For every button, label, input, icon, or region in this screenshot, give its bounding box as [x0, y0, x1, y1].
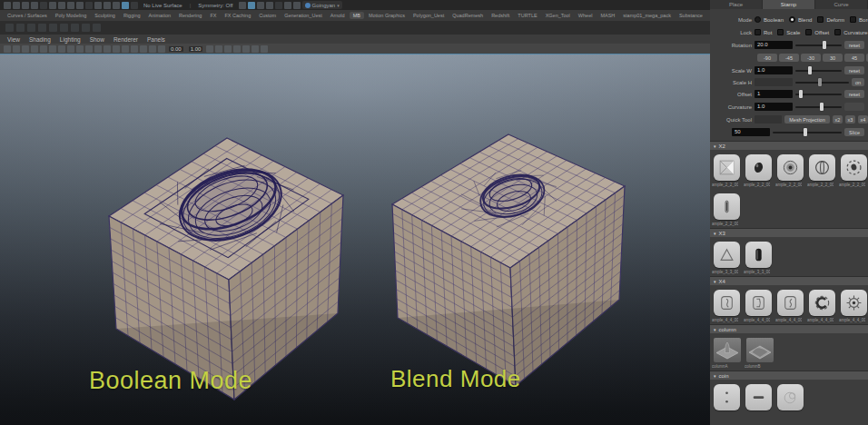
- lock-scale-checkbox[interactable]: [777, 29, 784, 35]
- hypershade-icon[interactable]: [275, 2, 282, 9]
- shelf-slot-icon[interactable]: [60, 24, 68, 32]
- mode-deform-checkbox[interactable]: [817, 16, 824, 23]
- scale-w-input[interactable]: 1.0: [755, 66, 793, 74]
- viewport-menu-view[interactable]: View: [7, 36, 20, 43]
- stamp-button[interactable]: [841, 290, 867, 316]
- 2d-pan-zoom-icon[interactable]: [49, 45, 56, 53]
- stamp-button[interactable]: [841, 154, 867, 181]
- shelf-tab-quadremesh[interactable]: QuadRemesh: [449, 12, 487, 19]
- rotate-tool-icon[interactable]: [85, 2, 93, 9]
- isolate-select-icon[interactable]: [233, 45, 241, 53]
- lock-curvature-checkbox[interactable]: [834, 29, 841, 35]
- stamp-button[interactable]: [714, 193, 740, 220]
- shelf-slot-icon[interactable]: [5, 24, 14, 32]
- stamp-button[interactable]: [714, 384, 740, 410]
- scale-w-reset-button[interactable]: reset: [844, 66, 864, 74]
- curvature-input[interactable]: 1.0: [755, 103, 793, 111]
- stamp-button[interactable]: [745, 242, 772, 268]
- stamp-button[interactable]: [745, 384, 772, 410]
- shelf-tab-curves-surfaces[interactable]: Curves / Surfaces: [4, 12, 51, 19]
- grid-toggle-icon[interactable]: [67, 45, 74, 53]
- shelf-slot-icon[interactable]: [16, 24, 25, 32]
- curvature-extra-button[interactable]: [844, 103, 864, 111]
- scale-h-on-button[interactable]: on: [852, 78, 864, 86]
- viewport-menu-shading[interactable]: Shading: [29, 36, 51, 43]
- move-tool-icon[interactable]: [76, 2, 84, 9]
- shelf-slot-icon[interactable]: [27, 24, 35, 32]
- resolution-gate-icon[interactable]: [85, 45, 93, 53]
- shelf-tab-xgen-tool[interactable]: XGen_Tool: [542, 12, 574, 19]
- shelf-tab-mb[interactable]: MB: [350, 12, 364, 19]
- section-header-coin[interactable]: ▾ coin: [710, 371, 868, 380]
- shelf-slot-icon[interactable]: [38, 24, 46, 32]
- stamp-button[interactable]: [714, 154, 740, 181]
- grease-pencil-icon[interactable]: [58, 45, 65, 53]
- select-camera-icon[interactable]: [4, 45, 11, 53]
- stamp-button[interactable]: [714, 242, 740, 268]
- tab-curve[interactable]: Curve: [815, 0, 868, 9]
- scale-h-input[interactable]: [755, 78, 793, 86]
- gamma-toggle-icon[interactable]: [261, 45, 268, 53]
- viewport-menu-lighting[interactable]: Lighting: [60, 36, 81, 43]
- lock-rot-checkbox[interactable]: [755, 29, 761, 35]
- viewport-menu-show[interactable]: Show: [90, 36, 104, 43]
- exposure-readout[interactable]: 0.00: [169, 46, 183, 52]
- gamma-readout[interactable]: 1.00: [189, 46, 203, 52]
- offset-reset-button[interactable]: reset: [844, 90, 864, 98]
- section-header-x2[interactable]: ▾ X2: [710, 141, 868, 150]
- shelf-slot-icon[interactable]: [82, 24, 90, 32]
- film-gate-icon[interactable]: [76, 45, 84, 53]
- lock-camera-icon[interactable]: [13, 45, 20, 53]
- stamp-button[interactable]: [777, 384, 804, 410]
- shelf-slot-icon[interactable]: [49, 24, 57, 32]
- tab-stamp[interactable]: Stamp: [763, 0, 815, 9]
- scale-w-slider[interactable]: [795, 66, 842, 74]
- shadows-toggle-icon[interactable]: [206, 45, 213, 53]
- viewport-menu-panels[interactable]: Panels: [147, 36, 165, 43]
- shelf-tab-polygon-uest[interactable]: Polygon_Uest: [409, 12, 448, 19]
- snap-grid-icon[interactable]: [104, 2, 111, 9]
- shelf-tab-motion-graphics[interactable]: Motion Graphics: [365, 12, 409, 19]
- viewport-menu-renderer[interactable]: Renderer: [113, 36, 138, 43]
- shelf-tab-custom[interactable]: Custom: [255, 12, 280, 19]
- undo-icon[interactable]: [31, 2, 38, 9]
- lasso-select-icon[interactable]: [58, 2, 65, 9]
- shelf-tab-substance[interactable]: Substance: [676, 12, 706, 19]
- mode-boolean-radio[interactable]: [755, 16, 761, 23]
- tab-place[interactable]: Place: [710, 0, 763, 9]
- bookmarks-icon[interactable]: [31, 45, 38, 53]
- angle-minus90-button[interactable]: -90: [757, 54, 777, 62]
- shelf-tab-fx-caching[interactable]: FX Caching: [221, 12, 254, 19]
- stamp-button[interactable]: [809, 154, 835, 181]
- multiplier-x4-button[interactable]: x4: [858, 115, 868, 124]
- gate-mask-icon[interactable]: [94, 45, 102, 53]
- mesh-projection-button[interactable]: Mesh Projection: [784, 115, 830, 124]
- shelf-tab-sculpting[interactable]: Sculpting: [91, 12, 119, 19]
- rotation-reset-button[interactable]: reset: [844, 41, 864, 49]
- user-account-chip[interactable]: Goingyan ▾: [302, 1, 342, 9]
- motion-blur-icon[interactable]: [224, 45, 232, 53]
- render-current-frame-icon[interactable]: [248, 2, 255, 9]
- paint-select-icon[interactable]: [67, 2, 74, 9]
- save-scene-icon[interactable]: [22, 2, 29, 9]
- shelf-tab-generation-uest[interactable]: Generation_Uest: [281, 12, 326, 19]
- stamp-button[interactable]: [809, 290, 835, 316]
- snap-projected-center-icon[interactable]: [131, 2, 138, 9]
- shelf-tab-animation[interactable]: Animation: [145, 12, 174, 19]
- shelf-tab-rendering[interactable]: Rendering: [175, 12, 205, 19]
- slice-button[interactable]: Slice: [844, 128, 864, 136]
- snap-curve-icon[interactable]: [113, 2, 120, 9]
- offset-input[interactable]: 1: [755, 90, 793, 98]
- image-plane-icon[interactable]: [40, 45, 47, 53]
- scale-h-slider[interactable]: [795, 78, 849, 86]
- shelf-tab-turtle[interactable]: TURTLE: [514, 12, 540, 19]
- multiplier-x2-button[interactable]: x2: [833, 115, 843, 124]
- angle-minus30-button[interactable]: -30: [801, 54, 821, 62]
- symmetry-dropdown[interactable]: Symmetry: Off: [198, 3, 232, 8]
- rotation-input[interactable]: 20.0: [755, 41, 793, 49]
- safe-title-icon[interactable]: [122, 45, 129, 53]
- open-scene-icon[interactable]: [13, 2, 20, 9]
- mode-blend-radio[interactable]: [789, 16, 795, 23]
- stamp-button[interactable]: [714, 290, 740, 316]
- new-scene-icon[interactable]: [4, 2, 11, 9]
